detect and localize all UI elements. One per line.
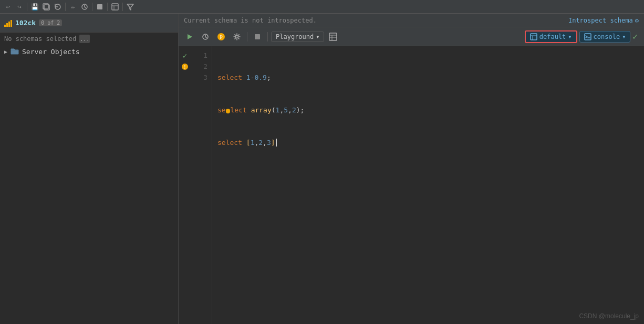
settings-button[interactable] — [230, 30, 244, 44]
default-dropdown[interactable]: default ▾ — [525, 30, 577, 43]
editor-area: ✓ ! 1 2 3 select 1-0.9; se●lect array(1,… — [179, 46, 644, 324]
toolbar-icon-save[interactable]: 💾 — [29, 2, 40, 12]
default-label: default — [539, 33, 566, 40]
line-1-check-icon: ✓ — [179, 50, 191, 61]
bar-2 — [6, 23, 8, 27]
toolbar-icon-redo[interactable]: ↪ — [14, 2, 25, 12]
toolbar-sep-5 — [122, 3, 123, 11]
introspect-label: Introspect schema — [568, 17, 633, 24]
main-layout: 102ck 0 of 2 No schemas selected ... ▶ S… — [0, 14, 644, 324]
query-sep-1 — [247, 32, 247, 41]
top-toolbar: ↩ ↪ 💾 ✏ — [0, 0, 644, 14]
code-line-2: se●lect array(1,5,2); — [217, 105, 639, 116]
svg-rect-14 — [329, 33, 337, 40]
server-objects-label: Server Objects — [22, 48, 80, 56]
params-button[interactable]: P — [214, 30, 228, 44]
console-dropdown[interactable]: console ▾ — [579, 31, 631, 43]
svg-rect-21 — [585, 34, 591, 40]
status-check-icon: ✓ — [632, 32, 638, 41]
history-button[interactable] — [199, 30, 212, 44]
connection-name: 102ck — [15, 19, 36, 27]
toolbar-sep-3 — [92, 3, 92, 11]
toolbar-sep-1 — [27, 3, 27, 11]
svg-rect-18 — [531, 34, 537, 40]
connection-bars — [4, 19, 12, 27]
code-line-3: select [1,2,3] — [217, 138, 639, 149]
gear-icon: ⚙ — [635, 17, 639, 24]
run-button[interactable] — [183, 30, 196, 44]
sidebar: 102ck 0 of 2 No schemas selected ... ▶ S… — [0, 14, 179, 324]
toolbar-sep-4 — [107, 3, 108, 11]
content-area: Current schema is not introspected. Intr… — [179, 14, 644, 324]
connection-badge: 0 of 2 — [39, 19, 62, 26]
console-chevron: ▾ — [622, 33, 626, 40]
status-message: Current schema is not introspected. — [184, 17, 317, 24]
line-3-empty — [179, 72, 191, 83]
toolbar-icon-save-all[interactable] — [41, 2, 51, 12]
playground-label: Playground — [276, 33, 314, 40]
line-num-1: 1 — [191, 50, 207, 61]
svg-rect-3 — [97, 4, 102, 9]
svg-text:P: P — [220, 34, 223, 40]
right-toolbar-section: default ▾ console ▾ ✓ — [525, 30, 640, 43]
connection-icon — [4, 19, 12, 27]
line-2-warn-icon: ! — [179, 61, 191, 72]
introspect-button[interactable]: Introspect schema ⚙ — [568, 17, 639, 24]
toolbar-icon-filter[interactable] — [125, 2, 136, 12]
toolbar-icon-history[interactable] — [79, 2, 90, 12]
stop-button[interactable] — [251, 30, 264, 44]
svg-rect-13 — [255, 34, 260, 39]
playground-dropdown[interactable]: Playground ▾ — [271, 32, 324, 42]
query-toolbar: P Playground ▾ — [179, 27, 644, 46]
status-bar: Current schema is not introspected. Intr… — [179, 14, 644, 27]
svg-rect-4 — [112, 4, 118, 10]
schema-dots-button[interactable]: ... — [79, 35, 90, 43]
bar-4 — [11, 20, 12, 27]
line-num-2: 2 — [191, 61, 207, 72]
sidebar-header: 102ck 0 of 2 — [0, 14, 178, 33]
toolbar-icon-stop[interactable] — [95, 2, 105, 12]
no-schemas-label: No schemas selected — [4, 35, 76, 43]
line-num-3: 3 — [191, 72, 207, 83]
server-objects-row[interactable]: ▶ Server Objects — [0, 45, 178, 58]
svg-text:!: ! — [184, 64, 185, 70]
toolbar-icon-undo[interactable]: ↩ — [3, 2, 13, 12]
watermark: CSDN @molecule_jp — [579, 312, 639, 320]
folder-icon — [11, 47, 19, 56]
line-numbers: 1 2 3 — [191, 46, 212, 324]
toolbar-icon-revert[interactable] — [53, 2, 63, 12]
toolbar-icon-edit[interactable]: ✏ — [68, 2, 78, 12]
chevron-right-icon: ▶ — [4, 49, 7, 55]
query-sep-2 — [267, 32, 268, 41]
schema-row: No schemas selected ... — [0, 33, 178, 45]
svg-marker-8 — [188, 34, 192, 39]
line-indicators: ✓ ! — [179, 46, 191, 324]
toolbar-icon-schema[interactable] — [110, 2, 120, 12]
code-line-1: select 1-0.9; — [217, 72, 639, 83]
bar-1 — [4, 25, 6, 27]
svg-point-12 — [236, 35, 238, 38]
bar-3 — [8, 22, 10, 27]
console-label: console — [594, 33, 620, 40]
grid-button[interactable] — [326, 30, 340, 44]
toolbar-sep-2 — [65, 3, 66, 11]
playground-chevron: ▾ — [316, 33, 319, 40]
default-chevron: ▾ — [568, 33, 572, 40]
code-editor[interactable]: select 1-0.9; se●lect array(1,5,2); sele… — [212, 46, 644, 324]
